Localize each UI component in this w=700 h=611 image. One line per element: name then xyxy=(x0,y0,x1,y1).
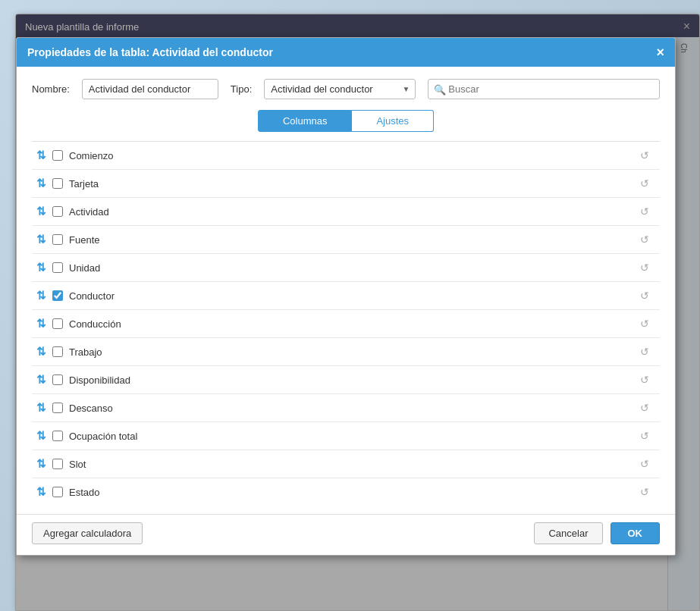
modal-overlay: Propiedades de la tabla: Actividad del c… xyxy=(16,14,699,610)
cancel-button[interactable]: Cancelar xyxy=(534,522,602,544)
drag-handle-descanso[interactable]: ⇅ xyxy=(36,401,46,415)
reset-button-unidad[interactable]: ↺ xyxy=(636,260,654,275)
column-label-actividad: Actividad xyxy=(69,206,636,218)
checkbox-conduccion[interactable] xyxy=(52,318,63,329)
add-calculator-button[interactable]: Agregar calculadora xyxy=(32,522,143,544)
column-row-trabajo: ⇅Trabajo↺ xyxy=(32,338,660,366)
top-row: Nombre: Tipo: Actividad del conductor ▼ … xyxy=(32,79,660,99)
column-label-trabajo: Trabajo xyxy=(69,346,636,358)
outer-window: Nueva plantilla de informe × Ch Propieda… xyxy=(15,14,700,611)
drag-handle-estado[interactable]: ⇅ xyxy=(36,485,46,499)
modal-body: Nombre: Tipo: Actividad del conductor ▼ … xyxy=(17,67,675,514)
reset-button-slot[interactable]: ↺ xyxy=(636,456,654,472)
column-row-fuente: ⇅Fuente↺ xyxy=(32,226,660,254)
tab-ajustes[interactable]: Ajustes xyxy=(352,110,434,132)
column-label-tarjeta: Tarjeta xyxy=(69,178,636,190)
column-row-unidad: ⇅Unidad↺ xyxy=(32,254,660,282)
drag-handle-disponibilidad[interactable]: ⇅ xyxy=(36,373,46,387)
drag-handle-trabajo[interactable]: ⇅ xyxy=(36,345,46,359)
tipo-select-wrapper: Actividad del conductor ▼ xyxy=(264,79,416,99)
tipo-select[interactable]: Actividad del conductor xyxy=(264,79,416,99)
search-icon: 🔍 xyxy=(434,83,446,95)
column-label-fuente: Fuente xyxy=(69,234,636,246)
drag-handle-tarjeta[interactable]: ⇅ xyxy=(36,177,46,190)
column-label-unidad: Unidad xyxy=(69,262,636,274)
modal-dialog: Propiedades de la tabla: Actividad del c… xyxy=(16,37,676,556)
checkbox-slot[interactable] xyxy=(52,459,63,469)
column-row-conductor: ⇅Conductor↺ xyxy=(32,282,660,310)
column-row-tarjeta: ⇅Tarjeta↺ xyxy=(32,170,660,198)
checkbox-tarjeta[interactable] xyxy=(52,178,63,189)
column-label-ocupacion-total: Ocupación total xyxy=(69,431,636,442)
tipo-label: Tipo: xyxy=(231,83,252,95)
reset-button-conductor[interactable]: ↺ xyxy=(636,288,654,303)
footer-buttons: Cancelar OK xyxy=(534,522,660,544)
drag-handle-conductor[interactable]: ⇅ xyxy=(36,289,46,302)
reset-button-tarjeta[interactable]: ↺ xyxy=(636,176,654,191)
modal-title: Propiedades de la tabla: Actividad del c… xyxy=(27,46,273,58)
reset-button-conduccion[interactable]: ↺ xyxy=(636,316,654,331)
column-label-comienzo: Comienzo xyxy=(69,150,636,161)
column-row-slot: ⇅Slot↺ xyxy=(32,450,660,478)
reset-button-trabajo[interactable]: ↺ xyxy=(636,344,654,359)
checkbox-unidad[interactable] xyxy=(52,262,63,273)
checkbox-actividad[interactable] xyxy=(52,206,63,217)
column-label-disponibilidad: Disponibilidad xyxy=(69,374,636,386)
columns-list: ⇅Comienzo↺⇅Tarjeta↺⇅Actividad↺⇅Fuente↺⇅U… xyxy=(32,141,660,505)
column-row-disponibilidad: ⇅Disponibilidad↺ xyxy=(32,366,660,394)
nombre-input[interactable] xyxy=(82,79,218,99)
reset-button-estado[interactable]: ↺ xyxy=(636,484,654,500)
modal-titlebar: Propiedades de la tabla: Actividad del c… xyxy=(17,38,675,67)
column-row-actividad: ⇅Actividad↺ xyxy=(32,198,660,226)
column-row-ocupacion-total: ⇅Ocupación total↺ xyxy=(32,422,660,450)
drag-handle-slot[interactable]: ⇅ xyxy=(36,457,46,471)
column-row-comienzo: ⇅Comienzo↺ xyxy=(32,142,660,170)
drag-handle-actividad[interactable]: ⇅ xyxy=(36,205,46,218)
column-row-descanso: ⇅Descanso↺ xyxy=(32,394,660,422)
column-row-estado: ⇅Estado↺ xyxy=(32,478,660,505)
checkbox-comienzo[interactable] xyxy=(52,150,63,161)
tabs-row: Columnas Ajustes xyxy=(32,110,660,132)
search-wrapper: 🔍 xyxy=(428,79,660,99)
reset-button-actividad[interactable]: ↺ xyxy=(636,204,654,219)
drag-handle-comienzo[interactable]: ⇅ xyxy=(36,149,46,162)
column-label-conduccion: Conducción xyxy=(69,318,636,330)
drag-handle-conduccion[interactable]: ⇅ xyxy=(36,317,46,331)
checkbox-descanso[interactable] xyxy=(52,403,63,413)
ok-button[interactable]: OK xyxy=(611,522,661,544)
search-input[interactable] xyxy=(428,79,660,99)
checkbox-disponibilidad[interactable] xyxy=(52,374,63,385)
reset-button-disponibilidad[interactable]: ↺ xyxy=(636,372,654,387)
modal-close-button[interactable]: × xyxy=(656,45,664,59)
nombre-label: Nombre: xyxy=(32,83,70,95)
column-label-descanso: Descanso xyxy=(69,403,636,414)
reset-button-ocupacion-total[interactable]: ↺ xyxy=(636,428,654,443)
column-label-slot: Slot xyxy=(69,459,636,470)
checkbox-trabajo[interactable] xyxy=(52,346,63,357)
modal-footer: Agregar calculadora Cancelar OK xyxy=(17,514,675,555)
checkbox-conductor[interactable] xyxy=(52,290,63,301)
reset-button-fuente[interactable]: ↺ xyxy=(636,232,654,247)
column-label-estado: Estado xyxy=(69,487,636,498)
drag-handle-unidad[interactable]: ⇅ xyxy=(36,261,46,274)
drag-handle-ocupacion-total[interactable]: ⇅ xyxy=(36,429,46,443)
scroll-container: ⇅Comienzo↺⇅Tarjeta↺⇅Actividad↺⇅Fuente↺⇅U… xyxy=(32,141,660,505)
checkbox-estado[interactable] xyxy=(52,487,63,497)
checkbox-ocupacion-total[interactable] xyxy=(52,431,63,441)
checkbox-fuente[interactable] xyxy=(52,234,63,245)
reset-button-comienzo[interactable]: ↺ xyxy=(636,148,654,163)
reset-button-descanso[interactable]: ↺ xyxy=(636,400,654,415)
tab-columnas[interactable]: Columnas xyxy=(258,110,353,132)
column-label-conductor: Conductor xyxy=(69,290,636,302)
drag-handle-fuente[interactable]: ⇅ xyxy=(36,233,46,246)
column-row-conduccion: ⇅Conducción↺ xyxy=(32,310,660,338)
